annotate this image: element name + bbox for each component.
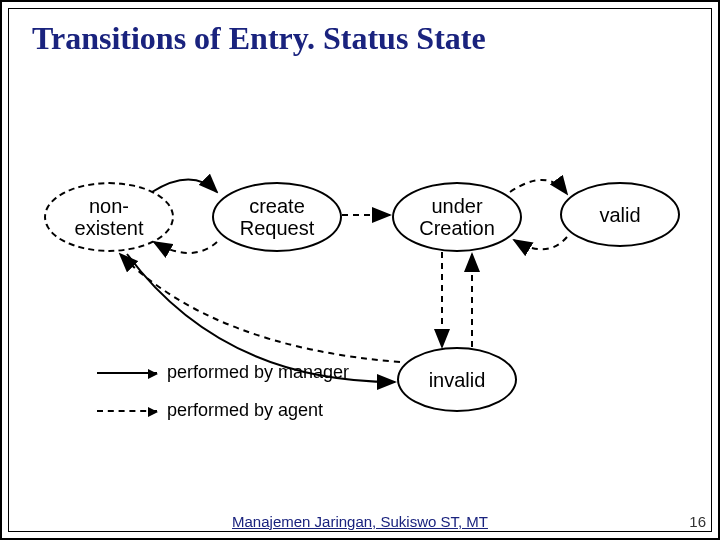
state-nonexistent-label-1: non- [89,195,129,217]
state-nonexistent: non- existent [44,182,174,252]
state-valid-label: valid [599,204,640,226]
state-under-label-1: under [431,195,482,217]
state-valid: valid [560,182,680,247]
state-under-label-2: Creation [419,217,495,239]
state-nonexistent-label-2: existent [75,217,144,239]
arrow-dashed-icon [97,410,157,412]
state-invalid: invalid [397,347,517,412]
slide-frame [8,8,712,532]
state-invalid-label: invalid [429,369,486,391]
slide-footer: Manajemen Jaringan, Sukiswo ST, MT [2,513,718,530]
legend-manager-label: performed by manager [167,362,349,383]
state-create-request: create Request [212,182,342,252]
legend-agent-label: performed by agent [167,400,323,421]
page-number: 16 [689,513,706,530]
state-create-label-2: Request [240,217,315,239]
slide-title: Transitions of Entry. Status State [32,20,486,57]
legend-manager: performed by manager [97,362,349,383]
state-under-creation: under Creation [392,182,522,252]
state-create-label-1: create [249,195,305,217]
legend-agent: performed by agent [97,400,323,421]
arrow-solid-icon [97,372,157,374]
